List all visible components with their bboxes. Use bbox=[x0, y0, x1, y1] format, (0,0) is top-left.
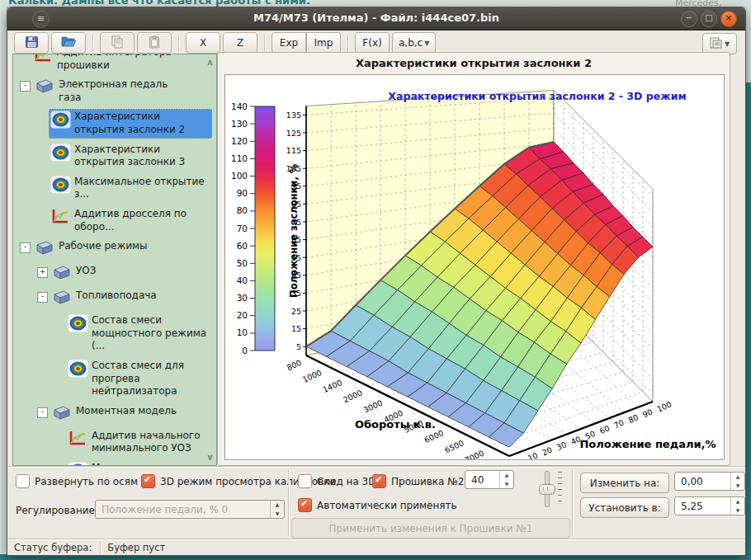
svg-text:10: 10 bbox=[237, 327, 248, 337]
minimize-button[interactable]: − bbox=[681, 11, 697, 27]
tree-item[interactable]: +УОЗ bbox=[13, 261, 216, 286]
surface-map-icon bbox=[50, 111, 72, 136]
svg-text:Положение заслонки, %: Положение заслонки, % bbox=[288, 163, 300, 298]
set-to-input[interactable]: 5,25 ▲▼ bbox=[674, 496, 745, 515]
tree-item-label: Рабочие режимы bbox=[59, 240, 148, 258]
folder-3d-icon bbox=[52, 405, 73, 423]
surface-map-icon bbox=[50, 144, 72, 169]
svg-text:1000: 1000 bbox=[301, 368, 324, 384]
change-by-input[interactable]: 0,00 ▲▼ bbox=[674, 472, 745, 491]
spinner-arrows-icon[interactable]: ▲▼ bbox=[499, 471, 513, 488]
tree-expander[interactable]: - bbox=[20, 81, 31, 92]
svg-text:25: 25 bbox=[291, 307, 301, 316]
spinner-arrows-icon[interactable]: ▲▼ bbox=[730, 473, 744, 490]
svg-text:Положение педали,%: Положение педали,% bbox=[579, 438, 716, 450]
tree-item-label: Топливоподача bbox=[76, 289, 157, 308]
spinner-arrows-icon[interactable]: ▲▼ bbox=[270, 501, 284, 518]
tree-expander[interactable]: + bbox=[37, 267, 48, 278]
folder-3d-icon bbox=[35, 78, 56, 104]
open-button[interactable] bbox=[51, 32, 86, 54]
chevron-down-icon: ▼ bbox=[424, 40, 429, 47]
set-to-button[interactable]: Установить в: bbox=[580, 497, 669, 518]
svg-text:135: 135 bbox=[286, 111, 301, 120]
svg-text:2000: 2000 bbox=[342, 388, 364, 404]
tree-item[interactable]: Характеристики открытия заслонки 2 bbox=[13, 107, 216, 139]
toolbar-separator bbox=[92, 35, 93, 51]
tree-expander[interactable]: - bbox=[37, 407, 48, 418]
tree-item-label: Аддитив начального минимального УОЗ bbox=[92, 430, 211, 455]
paste-button[interactable] bbox=[137, 32, 172, 54]
z-axis-button[interactable]: Z bbox=[223, 32, 257, 54]
transparency-spinner[interactable]: 40 ▲▼ bbox=[465, 470, 514, 489]
tree-item[interactable]: Аддитив дросселя по оборо... bbox=[13, 205, 216, 237]
folder-3d-icon bbox=[52, 265, 73, 283]
svg-text:70: 70 bbox=[237, 224, 248, 233]
tree-item[interactable]: Состав смеси для прогрева нейтрализатора bbox=[13, 356, 216, 402]
checkbox-box bbox=[372, 474, 386, 488]
chart-panel-header: Характеристики открытия заслонки 2 bbox=[218, 57, 730, 69]
slider-handle[interactable] bbox=[539, 484, 555, 495]
tree-item-label: Электронная педаль газа bbox=[59, 78, 192, 104]
svg-text:3000: 3000 bbox=[362, 398, 385, 415]
tree-item[interactable]: -Рабочие режимы bbox=[13, 237, 216, 261]
toolbar-separator bbox=[264, 35, 265, 51]
change-by-button[interactable]: Изменить на: bbox=[580, 473, 669, 493]
import-button[interactable]: Imp bbox=[306, 32, 341, 54]
abc-dropdown[interactable]: a,b,c ▼ bbox=[392, 32, 436, 54]
tree-item-label: УОЗ bbox=[76, 265, 96, 283]
tree-item[interactable]: -Моментная модель bbox=[13, 402, 216, 426]
svg-text:80: 80 bbox=[237, 205, 248, 215]
paste-icon bbox=[148, 35, 161, 51]
tree-expander[interactable]: - bbox=[20, 242, 31, 253]
reg2d-input[interactable]: Положение педали, % 0 ▲▼ bbox=[95, 500, 285, 519]
tree-item[interactable]: Максимальное открытие з... bbox=[13, 172, 216, 205]
svg-text:10: 10 bbox=[527, 450, 540, 459]
background-text: Кальки. Дампы все что касается работы с … bbox=[8, 0, 310, 7]
chart-panel: Характеристики открытия заслонки 2 51525… bbox=[217, 52, 730, 466]
export-button[interactable]: Exp bbox=[272, 32, 306, 54]
apply-to-firmware1-button[interactable]: Применить изменения к Прошивки №1 bbox=[291, 518, 570, 539]
save-button[interactable] bbox=[14, 32, 49, 54]
tree-item[interactable]: -Топливоподача bbox=[13, 286, 216, 311]
svg-text:140: 140 bbox=[231, 101, 248, 111]
scroll-down-icon[interactable]: ∨ bbox=[206, 452, 214, 463]
toolbar-separator bbox=[178, 35, 179, 51]
svg-text:90: 90 bbox=[641, 407, 654, 419]
curve-chart-icon bbox=[33, 54, 54, 72]
tree-item[interactable]: Состав смеси мощностного режима (... bbox=[13, 311, 216, 356]
tree-item[interactable]: Аддитив начального минимального УОЗ bbox=[13, 426, 216, 459]
svg-text:80: 80 bbox=[627, 412, 640, 425]
surface-map-icon bbox=[68, 360, 89, 398]
checkbox-auto-apply[interactable]: Автоматически применять bbox=[298, 498, 457, 512]
fx-button[interactable]: F(x) bbox=[355, 32, 390, 54]
copy-button[interactable] bbox=[100, 32, 135, 54]
surface-chart[interactable]: 5152535455565758595105115125135Положение… bbox=[225, 75, 724, 459]
svg-text:115: 115 bbox=[286, 146, 301, 155]
tree-item[interactable]: Характеристики открытия заслонки 3 bbox=[13, 140, 216, 172]
svg-text:30: 30 bbox=[237, 293, 248, 303]
status-label: Статус буфера: bbox=[7, 542, 100, 553]
svg-text:5: 5 bbox=[296, 342, 301, 351]
tree-item-label: Состав смеси мощностного режима (... bbox=[92, 314, 211, 353]
tree-item[interactable]: Момент механических п... bbox=[13, 459, 216, 466]
surface-map-icon bbox=[50, 176, 72, 201]
scroll-up-icon[interactable]: ∧ bbox=[206, 57, 214, 68]
tree-item[interactable]: Аддитив интегратора прошивки bbox=[13, 54, 216, 75]
spinner-arrows-icon[interactable]: ▲▼ bbox=[730, 497, 744, 515]
close-button[interactable]: × bbox=[720, 11, 737, 27]
checkbox-trace-3d[interactable]: След на 3D bbox=[298, 474, 376, 488]
maximize-button[interactable]: □ bbox=[701, 11, 717, 27]
vertical-slider[interactable] bbox=[537, 469, 562, 509]
tree-expander[interactable]: - bbox=[37, 292, 48, 303]
title-bar[interactable]: ≡ М74/М73 (Ителма) - Файл: i444ce07.bin … bbox=[7, 7, 745, 31]
x-axis-button[interactable]: X bbox=[186, 32, 220, 54]
calibration-tree[interactable]: ∧ ∨ Аддитив интегратора прошивки-Электро… bbox=[12, 54, 217, 466]
svg-text:7500: 7500 bbox=[484, 459, 506, 459]
svg-text:20: 20 bbox=[237, 310, 248, 320]
report-icon bbox=[710, 36, 723, 52]
curve-chart-icon bbox=[68, 430, 89, 455]
save-icon bbox=[25, 35, 39, 51]
tree-item[interactable]: -Электронная педаль газа bbox=[13, 75, 216, 107]
chevron-down-icon: ▼ bbox=[725, 40, 730, 48]
checkbox-expand-axes[interactable]: Развернуть по осям bbox=[16, 474, 138, 488]
